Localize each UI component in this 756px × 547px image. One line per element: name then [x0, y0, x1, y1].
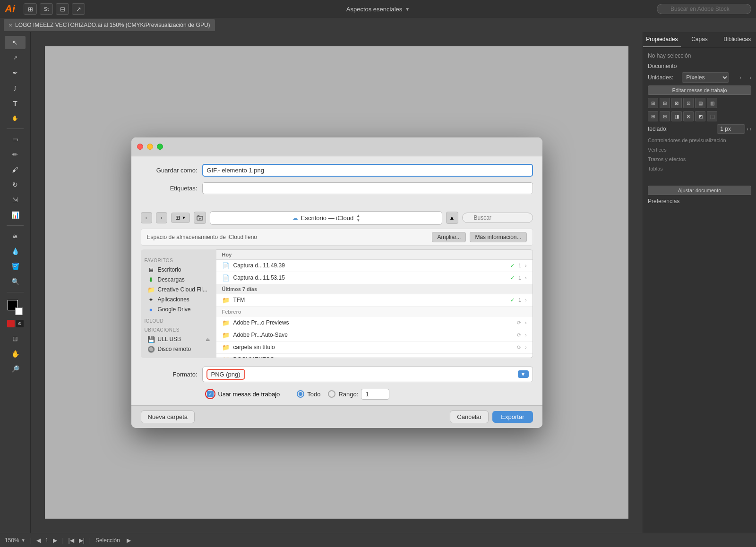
align-icon-8[interactable]: ⊟	[660, 111, 670, 121]
file-item-docs[interactable]: 📁 DOCUMENTOS...	[216, 354, 533, 358]
sidebar-item-gdrive[interactable]: ● Google Drive	[145, 305, 213, 315]
unidades-select[interactable]: Píxeles Puntos Milímetros	[682, 72, 729, 83]
tool-rect[interactable]: ▭	[5, 133, 26, 146]
use-artboards-label[interactable]: Usar mesas de trabajo	[218, 391, 280, 398]
align-icon-4[interactable]: ⊡	[683, 98, 694, 108]
new-folder-btn[interactable]: Nueva carpeta	[141, 410, 195, 423]
color-mode-none[interactable]: ⊘	[16, 320, 24, 327]
tab-propiedades[interactable]: Propiedades	[643, 32, 681, 47]
file-item-previews[interactable]: 📁 Adobe Pr...o Previews ⟳ ›	[216, 317, 533, 329]
sidebar-item-descargas[interactable]: ⬇ Descargas	[145, 275, 213, 285]
nav-forward-btn[interactable]: ›	[156, 212, 167, 223]
tool-curve[interactable]: ∫	[5, 81, 26, 94]
mas-info-btn[interactable]: Más información...	[470, 232, 526, 242]
tool-eyedrop[interactable]: 💧	[5, 245, 26, 258]
tool-text[interactable]: T	[5, 96, 26, 110]
filename-input[interactable]	[202, 164, 533, 177]
format-select-wrapper[interactable]: PNG (png) ▼	[202, 367, 533, 382]
export-btn[interactable]: Exportar	[492, 411, 533, 423]
ajustar-btn[interactable]: Ajustar documento	[648, 186, 751, 195]
radio-rango-label: Rango:	[338, 391, 358, 398]
tl-close[interactable]	[137, 144, 143, 150]
toolbar-icon-st[interactable]: St	[40, 3, 53, 15]
tl-minimize[interactable]	[147, 144, 153, 150]
tool-pen[interactable]: ✒	[5, 66, 26, 79]
tab-capas[interactable]: Capas	[681, 32, 719, 47]
cancel-btn[interactable]: Cancelar	[450, 410, 489, 423]
browser-search-input[interactable]	[462, 213, 533, 223]
toolbar-icon-arrange[interactable]: ⊟	[56, 3, 69, 15]
align-icon-6[interactable]: ▥	[707, 98, 717, 108]
sidebar-item-cc[interactable]: 📁 Creative Cloud Fil...	[145, 285, 213, 295]
ampliar-btn[interactable]: Ampliar...	[432, 232, 466, 242]
align-icon-10[interactable]: ⊠	[683, 111, 694, 121]
expand-btn[interactable]: ▲	[446, 212, 458, 224]
teclado-arrow-l[interactable]: ‹	[750, 127, 751, 132]
tab-close-icon[interactable]: ✕	[9, 23, 12, 28]
align-icon-7[interactable]: ⊞	[648, 111, 658, 121]
format-dropdown-arrow[interactable]: ▼	[518, 370, 529, 378]
tool-brush[interactable]: 🖌	[5, 163, 26, 176]
tool-pencil[interactable]: ✏	[5, 148, 26, 161]
eject-icon[interactable]: ⏏	[206, 337, 210, 342]
status-arrow-left[interactable]: ◀	[36, 537, 41, 544]
status-play-btn[interactable]: ▶	[127, 537, 131, 544]
align-icon-3[interactable]: ⊠	[671, 98, 682, 108]
tool-rotate[interactable]: ↻	[5, 178, 26, 191]
sidebar-item-apps[interactable]: ✦ Aplicaciones	[145, 295, 213, 305]
status-arrow-right[interactable]: ▶	[53, 537, 57, 544]
tool-direct-select[interactable]: ↗	[5, 51, 26, 64]
new-folder-icon-btn[interactable]	[194, 212, 206, 224]
tab-bibliotecas[interactable]: Bibliotecas	[718, 32, 756, 47]
zoom-chevron-down[interactable]: ▼	[21, 538, 26, 543]
search-stock-input[interactable]	[657, 4, 751, 14]
status-play-right[interactable]: ▶|	[79, 537, 85, 544]
teclado-input[interactable]	[717, 124, 745, 134]
radio-todo[interactable]: Todo	[297, 390, 320, 398]
nav-arrow-l[interactable]: ‹	[750, 75, 751, 80]
file-item-captura1[interactable]: 📄 Captura d...11.49.39 ✓ 1 ›	[216, 260, 533, 272]
tool-hand[interactable]: 🖐	[5, 347, 26, 360]
sidebar-item-escritorio[interactable]: 🖥 Escritorio	[145, 265, 213, 275]
tool-zoom[interactable]: 🔍	[5, 275, 26, 288]
tool-touch[interactable]: ✋	[5, 111, 26, 125]
sidebar-item-ull[interactable]: 💾 ULL USB ⏏	[145, 334, 213, 344]
align-icon-12[interactable]: ⬚	[707, 111, 717, 121]
location-selector[interactable]: ☁ Escritorio — iCloud ▲ ▼	[210, 211, 442, 225]
tool-paint-bucket[interactable]: 🪣	[5, 260, 26, 273]
color-mode-red[interactable]	[7, 320, 15, 327]
preferencias-label[interactable]: Preferencias	[648, 198, 679, 205]
editar-mesas-btn[interactable]: Editar mesas de trabajo	[648, 85, 751, 95]
file-item-carpeta[interactable]: 📁 carpeta sin título ⟳ ›	[216, 342, 533, 354]
file-item-autosave[interactable]: 📁 Adobe Pr...Auto-Save ⟳ ›	[216, 329, 533, 342]
align-icon-11[interactable]: ◩	[695, 111, 705, 121]
tool-graph[interactable]: 📊	[5, 208, 26, 222]
toolbar-icon-grid[interactable]: ⊞	[24, 3, 37, 15]
rango-input[interactable]	[361, 389, 389, 400]
view-toggle-btn[interactable]: ⊞ ▼	[171, 213, 190, 223]
sidebar-item-disco[interactable]: 🔘 Disco remoto	[145, 344, 213, 354]
tab-document[interactable]: ✕ LOGO IMEELZ VECTORIZADO.ai al 150% (CM…	[4, 19, 215, 31]
nav-arrow-r[interactable]: ›	[739, 75, 741, 80]
align-icon-1[interactable]: ⊞	[648, 98, 658, 108]
radio-rango[interactable]: Rango:	[328, 389, 389, 400]
align-icon-2[interactable]: ⊟	[660, 98, 670, 108]
status-play-left[interactable]: |◀	[69, 537, 74, 544]
tool-warp[interactable]: ≋	[5, 230, 26, 243]
etiquetas-input[interactable]	[202, 182, 533, 194]
align-icon-5[interactable]: ▤	[695, 98, 705, 108]
teclado-arrow-r[interactable]: ›	[747, 127, 748, 132]
file-name-2: Captura d...11.53.15	[233, 274, 507, 281]
tool-select[interactable]: ↖	[5, 36, 26, 49]
color-foreground[interactable]	[8, 300, 23, 315]
file-item-captura2[interactable]: 📄 Captura d...11.53.15 ✓ 1 ›	[216, 272, 533, 284]
tool-scale[interactable]: ⇲	[5, 193, 26, 206]
tool-zoom2[interactable]: 🔎	[5, 362, 26, 376]
file-item-tfm[interactable]: 📁 TFM ✓ 1 ›	[216, 294, 533, 307]
tool-artboard[interactable]: ⊡	[5, 332, 26, 345]
align-icon-9[interactable]: ◨	[671, 111, 682, 121]
tl-maximize[interactable]	[157, 144, 163, 150]
use-artboards-check[interactable]: ✓	[207, 391, 214, 397]
toolbar-icon-arrow[interactable]: ↗	[72, 3, 85, 15]
nav-back-btn[interactable]: ‹	[141, 212, 152, 223]
